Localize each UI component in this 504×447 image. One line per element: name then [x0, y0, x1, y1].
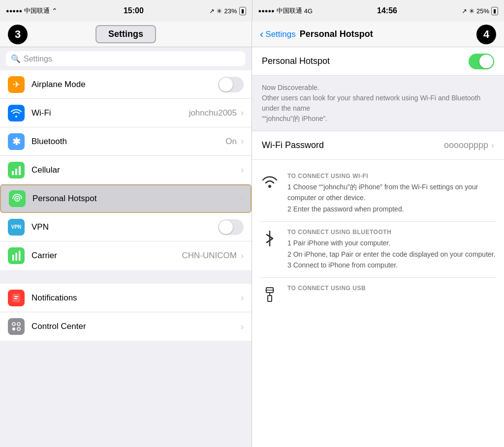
control-center-icon	[8, 318, 25, 335]
right-location-icon: ↗	[462, 7, 467, 15]
vpn-toggle-knob	[219, 220, 233, 234]
svg-rect-0	[12, 171, 14, 175]
airplane-mode-toggle[interactable]	[218, 77, 244, 92]
svg-point-14	[17, 328, 20, 330]
hotspot-chevron-icon: ›	[240, 194, 243, 204]
bluetooth-value: On	[225, 137, 237, 147]
wifi-password-chevron-icon: ›	[491, 140, 494, 150]
bluetooth-instruction-title: TO CONNECT USING BLUETOOTH	[287, 229, 496, 236]
right-status-bar: ●●●●● 中国联通 4G 14:56 ↗ ✳ 25% ▮	[252, 0, 504, 22]
main-content: 3 Settings 🔍 Settings ✈ Airplane Mode	[0, 22, 504, 447]
hotspot-toggle[interactable]	[469, 54, 494, 69]
right-battery-pct: 25%	[476, 7, 489, 15]
search-bar: 🔍 Settings	[0, 47, 252, 70]
carrier-value: CHN-UNICOM	[182, 251, 237, 261]
wifi-instruction-text: TO CONNECT USING WI-FI 1 Choose ““johnch…	[287, 173, 496, 214]
wifi-value: johnchu2005	[189, 108, 237, 118]
notifications-chevron-icon: ›	[241, 293, 244, 303]
hotspot-toggle-label: Personal Hotspot	[262, 56, 469, 66]
step-badge-3: 3	[8, 25, 28, 44]
right-carrier: 中国联通	[277, 6, 302, 15]
right-panel: ‹ Settings Personal Hotspot 4 Personal H…	[252, 22, 504, 447]
settings-title-button[interactable]: Settings	[95, 25, 156, 43]
wifi-password-row[interactable]: Wi-Fi Password ooooopppp ›	[252, 131, 504, 160]
wifi-label: Wi-Fi	[32, 108, 189, 118]
airplane-mode-icon: ✈	[8, 76, 25, 93]
row-bluetooth[interactable]: ✱ Bluetooth On ›	[0, 127, 252, 156]
airplane-toggle-knob	[219, 78, 233, 91]
row-control-center[interactable]: Control Center ›	[0, 312, 252, 341]
back-chevron-icon: ‹	[260, 28, 263, 41]
usb-instruction-title: TO CONNECT USING USB	[287, 285, 496, 292]
wifi-instruction-title: TO CONNECT USING WI-FI	[287, 173, 496, 179]
right-page-title: Personal Hotspot	[300, 29, 373, 39]
bluetooth-instruction-text: TO CONNECT USING BLUETOOTH 1 Pair iPhone…	[287, 229, 496, 270]
vpn-icon: VPN	[8, 219, 25, 236]
wifi-password-label: Wi-Fi Password	[262, 140, 444, 150]
row-vpn[interactable]: VPN VPN	[0, 213, 252, 241]
row-notifications[interactable]: Notifications ›	[0, 284, 252, 312]
left-status-bar: ●●●●● 中国联通 ⌃ 15:00 ↗ ✳ 23% ▮	[0, 0, 252, 22]
left-signal-group: ●●●●● 中国联通 ⌃	[6, 6, 58, 15]
row-carrier[interactable]: Carrier CHN-UNICOM ›	[0, 241, 252, 270]
search-input-wrap[interactable]: 🔍 Settings	[6, 51, 246, 66]
cellular-icon	[8, 162, 25, 179]
svg-point-4	[16, 198, 18, 200]
settings-section-bottom: Notifications › Control Center ›	[0, 284, 252, 341]
wifi-instruction-icon	[260, 173, 280, 214]
airplane-mode-label: Airplane Mode	[32, 80, 218, 89]
wifi-password-value: ooooopppp	[444, 140, 488, 150]
left-location-icon: ↗	[209, 7, 215, 15]
row-cellular[interactable]: Cellular ›	[0, 156, 252, 184]
back-label: Settings	[265, 30, 295, 39]
settings-section-top: ✈ Airplane Mode Wi-Fi johnchu2005 ›	[0, 70, 252, 270]
cellular-label: Cellular	[32, 165, 241, 175]
bluetooth-instruction-block: TO CONNECT USING BLUETOOTH 1 Pair iPhone…	[260, 222, 496, 278]
bluetooth-instruction-steps: 1 Pair iPhone with your computer. 2 On i…	[287, 238, 496, 270]
left-bt-icon: ✳	[217, 7, 222, 15]
divider-1	[0, 270, 252, 284]
back-to-settings-link[interactable]: ‹ Settings	[260, 28, 296, 41]
left-wifi-icon: ⌃	[52, 7, 58, 15]
right-network: 4G	[304, 7, 313, 15]
right-battery-icon: ▮	[491, 7, 498, 15]
carrier-icon	[8, 247, 25, 264]
svg-point-11	[12, 323, 15, 326]
svg-rect-7	[19, 251, 21, 261]
wifi-password-section: Wi-Fi Password ooooopppp ›	[252, 131, 504, 160]
row-personal-hotspot[interactable]: Personal Hotspot ›	[0, 184, 252, 213]
left-panel: 3 Settings 🔍 Settings ✈ Airplane Mode	[0, 22, 252, 447]
right-bt-icon: ✳	[469, 7, 474, 15]
search-placeholder-text: Settings	[24, 55, 52, 63]
vpn-toggle[interactable]	[218, 219, 244, 235]
svg-rect-2	[19, 166, 21, 175]
left-battery-pct: 23%	[224, 7, 237, 15]
right-time: 14:56	[377, 6, 397, 15]
svg-point-12	[17, 323, 20, 326]
right-header: ‹ Settings Personal Hotspot 4	[252, 22, 504, 47]
cellular-chevron-icon: ›	[241, 165, 244, 175]
carrier-chevron-icon: ›	[241, 251, 244, 261]
notifications-icon	[8, 290, 25, 306]
svg-rect-5	[12, 255, 14, 261]
bluetooth-chevron-icon: ›	[241, 136, 244, 147]
svg-rect-1	[15, 169, 17, 175]
bluetooth-instruction-icon	[260, 229, 280, 270]
hotspot-toggle-row: Personal Hotspot	[252, 47, 504, 76]
svg-point-15	[268, 185, 271, 188]
usb-instruction-block: TO CONNECT USING USB	[260, 278, 496, 309]
row-wifi[interactable]: Wi-Fi johnchu2005 ›	[0, 99, 252, 127]
hotspot-icon	[9, 190, 26, 207]
row-airplane-mode[interactable]: ✈ Airplane Mode	[0, 70, 252, 99]
left-carrier: 中国联通	[24, 6, 50, 15]
hotspot-toggle-knob	[479, 55, 493, 68]
right-signal-group: ●●●●● 中国联通 4G	[258, 6, 313, 15]
bluetooth-label: Bluetooth	[32, 137, 225, 147]
instructions-section: TO CONNECT USING WI-FI 1 Choose ““johnch…	[252, 160, 504, 447]
svg-rect-18	[268, 296, 272, 301]
wifi-chevron-icon: ›	[241, 108, 244, 118]
bluetooth-icon: ✱	[8, 133, 25, 150]
search-icon: 🔍	[11, 54, 21, 63]
left-header: 3 Settings	[0, 22, 252, 47]
hotspot-info-section: Now Discoverable. Other users can look f…	[252, 76, 504, 131]
